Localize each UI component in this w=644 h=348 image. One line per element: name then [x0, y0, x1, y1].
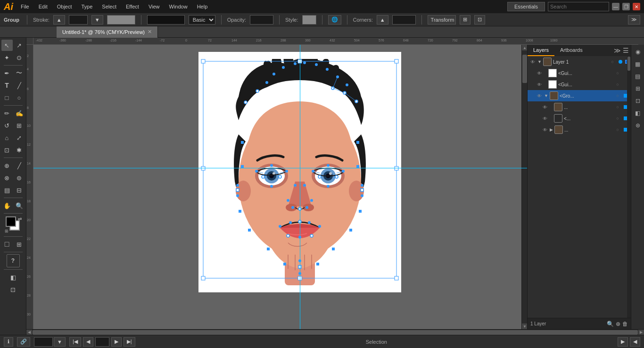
- menu-effect[interactable]: Effect: [124, 3, 141, 10]
- pen-tool[interactable]: ✒: [1, 67, 13, 79]
- maximize-button[interactable]: ❐: [622, 3, 630, 10]
- menu-object[interactable]: Object: [55, 3, 74, 10]
- gradient-fill-btn[interactable]: ⊞: [14, 239, 25, 250]
- layers-expand-btn[interactable]: ≫: [614, 47, 621, 54]
- layer-row-1[interactable]: 👁 <Gui... ○: [528, 67, 631, 79]
- shaper-tool[interactable]: ✱: [14, 144, 25, 156]
- web-btn[interactable]: 🌐: [328, 15, 341, 25]
- tab-close-btn[interactable]: ✕: [148, 29, 152, 35]
- direct-select-tool[interactable]: ↗: [14, 40, 25, 51]
- screen-mode-btn[interactable]: ⊡: [8, 284, 19, 295]
- basic-dropdown[interactable]: Basic: [189, 15, 215, 25]
- menu-view[interactable]: View: [147, 3, 162, 10]
- measure-tool[interactable]: ╱: [14, 160, 25, 171]
- layer-lock-1[interactable]: ○: [614, 70, 621, 76]
- layer-row-2[interactable]: 👁 <Gui... ○: [528, 79, 631, 90]
- stroke-input[interactable]: [69, 15, 88, 25]
- curvature-tool[interactable]: 〜: [14, 67, 25, 79]
- align-btn[interactable]: ⊞: [460, 15, 471, 25]
- layer-lock-0[interactable]: ○: [609, 58, 616, 65]
- line-style-input[interactable]: [147, 15, 185, 25]
- artboard-tool[interactable]: ⊟: [14, 184, 25, 196]
- eye-icon-1[interactable]: 👁: [536, 70, 543, 76]
- eye-icon-3[interactable]: 👁: [536, 92, 543, 99]
- next-page-btn[interactable]: ▶|: [124, 337, 135, 347]
- corners-up-btn[interactable]: ▲: [377, 15, 388, 25]
- canvas-area[interactable]: ▲ ▼: [33, 45, 527, 329]
- page-input[interactable]: 1: [95, 337, 109, 347]
- rect-tool[interactable]: □: [1, 92, 13, 103]
- close-button[interactable]: ✕: [633, 3, 640, 10]
- layer-lock-2[interactable]: ○: [614, 81, 621, 88]
- horizontal-scrollbar[interactable]: ◀ ▶: [26, 329, 644, 335]
- scroll-up-btn[interactable]: ▲: [522, 45, 527, 50]
- face-illustration[interactable]: [201, 59, 399, 290]
- rp-gradient-btn[interactable]: ▦: [633, 59, 643, 69]
- essentials-button[interactable]: Essentials: [507, 2, 545, 11]
- menu-select[interactable]: Select: [100, 3, 118, 10]
- layers-scrollbar[interactable]: [627, 56, 631, 318]
- magic-wand-tool[interactable]: ✦: [1, 52, 13, 63]
- corners-input[interactable]: [392, 15, 416, 25]
- scroll-left-btn[interactable]: ◀: [26, 330, 32, 335]
- scroll-down-btn[interactable]: ▼: [522, 323, 527, 329]
- type-tool[interactable]: T: [1, 80, 13, 91]
- rp-appearance-btn[interactable]: ⊛: [633, 120, 643, 131]
- paintbrush-tool[interactable]: ✏: [1, 108, 13, 119]
- line-tool[interactable]: ╱: [14, 80, 25, 91]
- layer-row-3[interactable]: 👁 ▼ <Gro... ○: [528, 90, 631, 101]
- layer-row-5[interactable]: 👁 <... ○: [528, 113, 631, 124]
- delete-layer-btn[interactable]: 🗑: [622, 321, 628, 327]
- layer-lock-4[interactable]: ○: [614, 104, 621, 110]
- eye-icon-4[interactable]: 👁: [542, 104, 548, 110]
- search-layers-btn[interactable]: 🔍: [607, 321, 614, 327]
- swap-colors-btn[interactable]: ⇄: [18, 216, 22, 222]
- rp-color-btn[interactable]: ◉: [633, 47, 643, 57]
- free-transform-tool[interactable]: ⊡: [1, 144, 13, 156]
- document-tab[interactable]: Untitled-1* @ 76% (CMYK/Preview) ✕: [57, 26, 158, 38]
- layers-scroll-thumb[interactable]: [627, 57, 630, 71]
- ellipse-tool[interactable]: ○: [14, 92, 25, 103]
- eye-icon-6[interactable]: 👁: [542, 126, 548, 133]
- menu-help[interactable]: Help: [195, 3, 210, 10]
- prev-page-btn[interactable]: |◀: [69, 337, 81, 347]
- layer-row-0[interactable]: 👁 ▼ Layer 1 ○: [528, 56, 631, 67]
- status-right-btn[interactable]: ▶: [618, 337, 628, 347]
- stroke-color-input[interactable]: [107, 15, 135, 25]
- layer-lock-6[interactable]: ○: [614, 126, 621, 133]
- eye-icon-2[interactable]: 👁: [536, 81, 543, 88]
- next-btn[interactable]: ▶: [111, 337, 122, 347]
- style-input[interactable]: [302, 15, 316, 25]
- rp-pathfinder-btn[interactable]: ◧: [633, 108, 643, 118]
- zoom-input[interactable]: 76%: [34, 337, 53, 347]
- h-scroll-thumb[interactable]: [33, 330, 638, 335]
- blend-tool[interactable]: ⊗: [1, 172, 13, 183]
- status-right-btn2[interactable]: ◀: [630, 337, 640, 347]
- zoom-dropdown-btn[interactable]: ▼: [54, 337, 66, 347]
- scroll-thumb[interactable]: [522, 55, 527, 83]
- rp-transform-btn[interactable]: ⊡: [633, 96, 643, 106]
- menu-type[interactable]: Type: [80, 3, 95, 10]
- lasso-tool[interactable]: ⊙: [14, 52, 25, 63]
- transform-btn[interactable]: Transform: [428, 15, 456, 25]
- none-fill-btn[interactable]: □: [1, 239, 13, 250]
- minimize-button[interactable]: —: [612, 3, 619, 10]
- artboards-tab[interactable]: Artboards: [554, 45, 588, 56]
- default-colors-btn[interactable]: ⊞: [5, 229, 8, 233]
- rotate-tool[interactable]: ↺: [1, 120, 13, 131]
- scale-tool[interactable]: ⊞: [14, 120, 25, 131]
- expand-arrow-3[interactable]: ▼: [544, 93, 548, 98]
- opacity-input[interactable]: 100%: [250, 15, 273, 25]
- width-tool[interactable]: ⤢: [14, 132, 25, 143]
- rp-align-btn[interactable]: ⊞: [633, 83, 643, 94]
- menu-edit[interactable]: Edit: [37, 3, 50, 10]
- warp-tool[interactable]: ⌂: [1, 132, 13, 143]
- add-layer-btn[interactable]: ⊕: [616, 321, 620, 327]
- graph-tool[interactable]: ▤: [1, 184, 13, 196]
- pathfinder-btn[interactable]: ⊡: [474, 15, 485, 25]
- layers-menu-btn[interactable]: ☰: [623, 47, 629, 54]
- menu-window[interactable]: Window: [167, 3, 190, 10]
- menu-file[interactable]: File: [19, 3, 31, 10]
- rp-stroke-btn[interactable]: ▤: [633, 71, 643, 82]
- search-input[interactable]: [548, 2, 609, 11]
